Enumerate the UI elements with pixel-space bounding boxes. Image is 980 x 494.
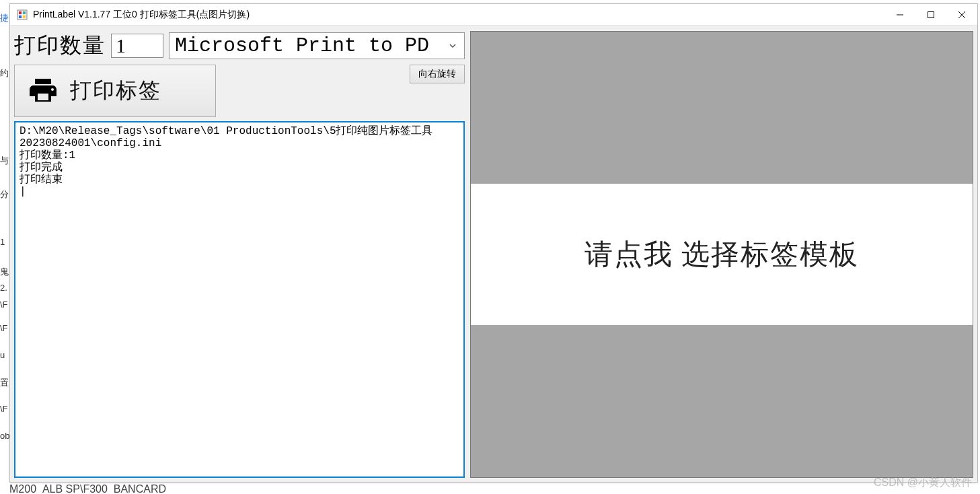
client-area: 打印数量 Microsoft Print to PD 打印标签 (10, 26, 977, 482)
printer-select-value: Microsoft Print to PD (175, 34, 447, 57)
print-qty-input[interactable] (111, 34, 163, 58)
background-occluded-text: 捷 约 与 分 1 鬼 2. \F \F u 置 \F ob (0, 0, 8, 494)
window-controls (884, 4, 977, 25)
print-label-button[interactable]: 打印标签 (14, 65, 216, 117)
template-select-banner[interactable]: 请点我 选择标签模板 (471, 184, 973, 325)
rotate-right-button-text: 向右旋转 (418, 68, 456, 80)
svg-rect-4 (23, 15, 26, 18)
print-label-button-text: 打印标签 (70, 76, 161, 106)
svg-rect-2 (23, 11, 26, 14)
template-preview-area[interactable]: 请点我 选择标签模板 (470, 31, 973, 478)
watermark-text: CSDN @小黄人软件 (874, 476, 972, 490)
svg-rect-3 (19, 15, 22, 18)
svg-rect-6 (928, 11, 934, 17)
printer-select[interactable]: Microsoft Print to PD (169, 32, 465, 59)
left-pane: 打印数量 Microsoft Print to PD 打印标签 (14, 31, 465, 478)
close-button[interactable] (946, 4, 977, 25)
print-qty-label: 打印数量 (14, 31, 106, 61)
app-icon (17, 9, 28, 20)
maximize-button[interactable] (915, 4, 946, 25)
log-textbox[interactable]: D:\M20\Release_Tags\software\01 Producti… (14, 121, 465, 478)
rotate-right-button[interactable]: 向右旋转 (410, 65, 465, 83)
window-title: PrintLabel V1.1.77 工位0 打印标签工具(点图片切换) (33, 9, 884, 21)
top-input-row: 打印数量 Microsoft Print to PD (14, 31, 465, 61)
template-select-prompt: 请点我 选择标签模板 (585, 236, 860, 273)
printer-icon (26, 73, 61, 108)
titlebar: PrintLabel V1.1.77 工位0 打印标签工具(点图片切换) (10, 4, 977, 26)
svg-rect-1 (19, 11, 22, 14)
action-row: 打印标签 向右旋转 (14, 65, 465, 117)
footer-occluded-text: M200_ALB SP\F300_BANCARD (9, 483, 166, 494)
minimize-button[interactable] (884, 4, 915, 25)
app-window: PrintLabel V1.1.77 工位0 打印标签工具(点图片切换) 打印数… (9, 3, 978, 483)
chevron-down-icon (447, 42, 459, 50)
